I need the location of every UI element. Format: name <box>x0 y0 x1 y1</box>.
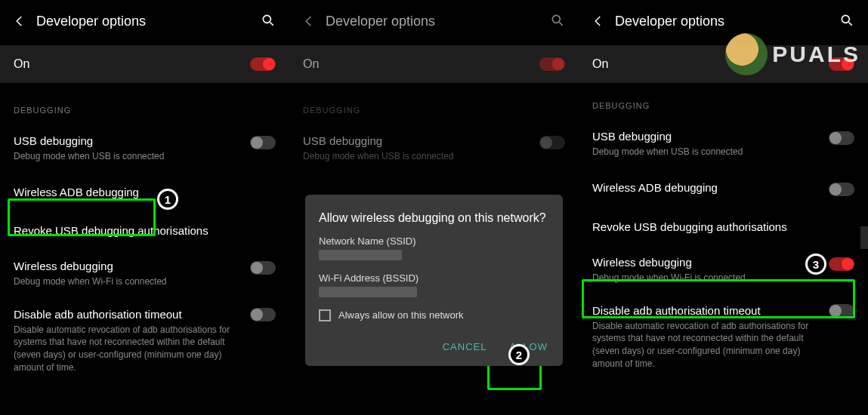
always-allow-checkbox[interactable] <box>319 309 331 321</box>
master-toggle[interactable] <box>250 57 276 71</box>
setting-label: Revoke USB debugging authorisations <box>14 223 268 238</box>
setting-wireless-adb[interactable]: Wireless ADB debugging <box>579 168 868 208</box>
setting-label: USB debugging <box>14 133 242 149</box>
search-icon[interactable] <box>261 13 277 29</box>
highlight-2 <box>487 363 542 390</box>
master-toggle[interactable] <box>539 57 565 71</box>
master-toggle-row[interactable]: On <box>289 45 579 83</box>
page-title: Developer options <box>615 14 839 29</box>
setting-disable-timeout[interactable]: Disable adb authorisation timeout Disabl… <box>0 297 289 383</box>
setting-sub: Debug mode when Wi-Fi is connected <box>14 275 242 288</box>
disable-timeout-toggle[interactable] <box>250 308 276 321</box>
disable-timeout-toggle[interactable] <box>829 304 854 318</box>
screen-2: Developer options On DEBUGGING USB debug… <box>289 0 579 415</box>
back-icon[interactable] <box>12 14 27 29</box>
setting-label: Disable adb authorisation timeout <box>14 306 242 322</box>
search-icon[interactable] <box>550 13 567 29</box>
dialog-title: Allow wireless debugging on this network… <box>319 210 549 226</box>
cancel-button[interactable]: CANCEL <box>441 338 489 355</box>
section-debugging: DEBUGGING <box>579 83 868 119</box>
bssid-label: Wi-Fi Address (BSSID) <box>319 272 549 284</box>
setting-label: Wireless debugging <box>14 258 242 274</box>
watermark-appuals: PUALS <box>725 33 860 75</box>
search-icon[interactable] <box>839 13 856 29</box>
setting-label: USB debugging <box>303 133 532 149</box>
wireless-debugging-toggle[interactable] <box>250 261 276 275</box>
always-allow-row[interactable]: Always allow on this network <box>319 309 549 321</box>
svg-point-2 <box>842 15 849 23</box>
usb-debugging-toggle <box>539 136 565 149</box>
usb-debugging-toggle[interactable] <box>250 136 276 149</box>
appuals-logo-icon <box>725 33 768 75</box>
setting-wireless-adb[interactable]: Wireless ADB debugging <box>0 172 289 212</box>
usb-debugging-toggle[interactable] <box>829 131 854 145</box>
master-toggle-label: On <box>592 57 608 71</box>
master-toggle-row[interactable]: On <box>0 45 289 83</box>
setting-usb-debugging[interactable]: USB debugging Debug mode when USB is con… <box>579 119 868 168</box>
setting-sub: Debug mode when USB is connected <box>592 146 821 158</box>
screen-1: Developer options On DEBUGGING USB debug… <box>0 0 289 415</box>
setting-label: Wireless ADB debugging <box>14 184 268 200</box>
setting-sub: Debug mode when Wi-Fi is connected <box>592 272 821 284</box>
wireless-debugging-toggle[interactable] <box>829 257 854 271</box>
wireless-adb-toggle[interactable] <box>829 183 854 196</box>
master-toggle-label: On <box>14 57 29 71</box>
section-debugging: DEBUGGING <box>289 83 579 124</box>
master-toggle-label: On <box>303 57 319 71</box>
edge-tab <box>860 226 868 249</box>
badge-1: 1 <box>157 189 178 210</box>
setting-sub: Disable automatic revocation of adb auth… <box>592 320 821 370</box>
svg-point-1 <box>552 15 560 23</box>
setting-usb-debugging: USB debugging Debug mode when USB is con… <box>289 124 579 172</box>
setting-sub: Disable automatic revocation of adb auth… <box>14 324 242 374</box>
back-icon[interactable] <box>591 14 606 29</box>
screen-3: Developer options On DEBUGGING USB debug… <box>579 0 868 415</box>
setting-label: Wireless debugging <box>592 254 821 270</box>
setting-label: Disable adb authorisation timeout <box>592 303 821 318</box>
bssid-redacted <box>319 287 417 297</box>
setting-revoke-auth[interactable]: Revoke USB debugging authorisations <box>0 212 289 249</box>
wireless-debugging-dialog: Allow wireless debugging on this network… <box>305 195 563 366</box>
header: Developer options <box>0 0 289 42</box>
svg-point-0 <box>263 15 270 23</box>
setting-disable-timeout[interactable]: Disable adb authorisation timeout Disabl… <box>579 294 868 380</box>
setting-label: USB debugging <box>592 128 821 144</box>
always-allow-label: Always allow on this network <box>338 309 463 321</box>
setting-label: Revoke USB debugging authorisations <box>592 219 847 235</box>
section-debugging: DEBUGGING <box>0 83 289 124</box>
setting-label: Wireless ADB debugging <box>592 180 821 195</box>
setting-usb-debugging[interactable]: USB debugging Debug mode when USB is con… <box>0 124 289 172</box>
header: Developer options <box>289 0 579 42</box>
setting-wireless-debugging[interactable]: Wireless debugging Debug mode when Wi-Fi… <box>0 249 289 297</box>
badge-3: 3 <box>805 254 826 275</box>
watermark-text: PUALS <box>772 42 860 67</box>
back-icon[interactable] <box>301 14 317 29</box>
ssid-label: Network Name (SSID) <box>319 235 549 247</box>
badge-2: 2 <box>508 344 530 365</box>
setting-revoke-auth[interactable]: Revoke USB debugging authorisations <box>579 208 868 245</box>
setting-sub: Debug mode when USB is connected <box>14 150 242 163</box>
ssid-redacted <box>319 250 402 260</box>
page-title: Developer options <box>326 14 550 29</box>
page-title: Developer options <box>36 14 261 29</box>
setting-sub: Debug mode when USB is connected <box>303 150 532 163</box>
